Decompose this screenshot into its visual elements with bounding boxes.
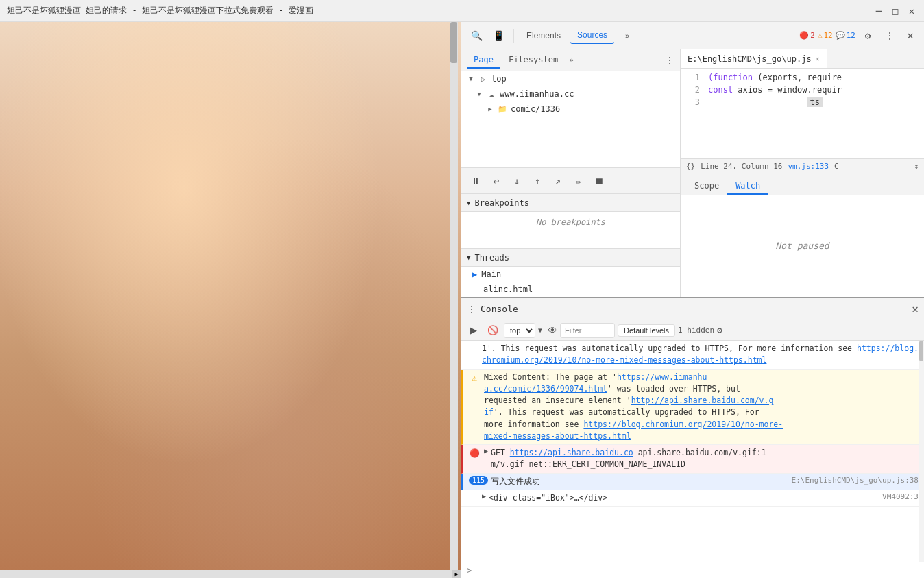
breakpoints-label: Breakpoints [474, 198, 528, 208]
msg-source-4[interactable]: E:\EnglishCMD\js_go\up.js:38 [786, 476, 919, 485]
error-expand-arrow[interactable]: ▶ [484, 447, 488, 455]
devtools-toolbar: 🔍 📱 Elements Sources » 🔴 2 ⚠ 12 💬 12 [461, 22, 924, 49]
code-file-tab[interactable]: E:\EnglishCMD\js_go\up.js ✕ [681, 49, 827, 68]
window-controls: ─ □ ✕ [873, 5, 917, 16]
expand-arrow-5[interactable]: ▶ [482, 492, 486, 500]
console-message-1[interactable]: 1'. This request was automatically upgra… [461, 341, 924, 370]
console-toolbar: ⋮ Console ✕ [461, 298, 924, 320]
console-message-5[interactable]: ▶ <div class="iBox">…</div> VM4092:3 [461, 490, 924, 507]
threads-header[interactable]: ▼ Threads [461, 249, 680, 267]
code-content[interactable]: 1 (function (exports, require 2 const ax… [681, 69, 924, 158]
breakpoints-arrow: ▼ [467, 200, 470, 206]
statusbar-position: Line 24, Column 16 [701, 162, 782, 171]
console-title: Console [481, 304, 518, 314]
horizontal-scrollbar[interactable]: ▶ [0, 570, 461, 578]
breakpoints-header[interactable]: ▼ Breakpoints [461, 194, 680, 212]
msg-link-1[interactable]: https://blog.chromium.org/2019/10/no-mor… [482, 344, 919, 365]
tab-sources[interactable]: Sources [570, 27, 614, 44]
msg-content-2: Mixed Content: The page at 'https://www.… [484, 372, 919, 443]
devtools-panel: 🔍 📱 Elements Sources » 🔴 2 ⚠ 12 💬 12 [461, 22, 924, 578]
right-panel: E:\EnglishCMD\js_go\up.js ✕ 1 (function … [681, 49, 924, 297]
code-tab-bar: E:\EnglishCMD\js_go\up.js ✕ [681, 49, 924, 69]
msg-badge[interactable]: 💬 12 [836, 31, 855, 40]
sources-tabs: Page Filesystem » ⋮ [461, 49, 680, 71]
close-window-button[interactable]: ✕ [906, 5, 917, 16]
console-levels-button[interactable]: Default levels [618, 324, 675, 337]
src-tab-filesystem[interactable]: Filesystem [502, 52, 565, 69]
msg-link-2d[interactable]: https://blog.chromium.org/2019/10/no-mor… [484, 420, 783, 441]
console-clear-button[interactable]: 🚫 [485, 322, 501, 339]
scope-watch-panel: Scope Watch Not paused [681, 173, 924, 298]
pause-resume-button[interactable]: ⏸ [467, 172, 485, 190]
msg-content-1: 1'. This request was automatically upgra… [482, 343, 919, 367]
warn-badge[interactable]: ⚠ 12 [818, 31, 833, 40]
webpage-panel: ▶ [0, 22, 461, 578]
stop-button[interactable]: ⏹ [590, 172, 608, 190]
error-badge[interactable]: 🔴 2 [799, 31, 815, 40]
msg-source-5[interactable]: VM4092:3 [877, 492, 919, 501]
maximize-button[interactable]: □ [890, 5, 901, 16]
tree-item-top[interactable]: ▼ ▷ top [461, 71, 680, 86]
device-toolbar-button[interactable]: 📱 [489, 26, 508, 45]
minimize-button[interactable]: ─ [873, 5, 884, 16]
console-hidden-count: 1 hidden [678, 326, 714, 335]
sources-menu-button[interactable]: ⋮ [665, 55, 674, 66]
error-icon: 🔴 [799, 31, 809, 40]
vertical-scrollbar[interactable] [450, 22, 458, 578]
console-eye-icon[interactable]: 👁 [548, 325, 557, 336]
console-message-2[interactable]: ⚠ Mixed Content: The page at 'https://ww… [461, 370, 924, 446]
warn-icon: ⚠ [818, 31, 823, 40]
console-prompt: > [467, 566, 472, 575]
tree-item-comic[interactable]: ▶ 📁 comic/1336 [461, 101, 680, 117]
console-scrollbar[interactable] [919, 341, 924, 562]
devtools-close-button[interactable]: ✕ [902, 27, 919, 44]
tree-item-domain[interactable]: ▼ ☁ www.iimanhua.cc [461, 86, 680, 101]
tree-label-top: top [491, 74, 507, 84]
error-indicators: 🔴 2 ⚠ 12 💬 12 ⚙ ⋮ ✕ [799, 26, 919, 45]
console-context-arrow: ▼ [538, 326, 542, 334]
scrollbar-thumb[interactable] [450, 22, 457, 63]
devtools-gear-button[interactable]: ⚙ [858, 26, 877, 45]
threads-panel: ▼ Threads ▶ Main alinc.html [461, 248, 680, 297]
msg-link-3[interactable]: https://api.share.baidu.co [510, 448, 633, 457]
tree-label-comic: comic/1336 [511, 104, 560, 114]
statusbar-arrow[interactable]: ↕ [914, 162, 919, 171]
console-gear-button[interactable]: ⚙ [717, 325, 722, 335]
step-out-button[interactable]: ↑ [528, 172, 546, 190]
statusbar-source[interactable]: vm.js:133 [788, 162, 829, 171]
step-button[interactable]: ↗ [549, 172, 567, 190]
msg-link-2b[interactable]: a.cc/comic/1336/99074.html [484, 384, 607, 394]
scroll-right-arrow[interactable]: ▶ [452, 570, 461, 578]
devtools-more-button[interactable]: ⋮ [880, 26, 899, 45]
tab-elements[interactable]: Elements [520, 28, 568, 43]
tab-scope[interactable]: Scope [686, 178, 727, 195]
console-panel: ⋮ Console ✕ ▶ 🚫 top ▼ 👁 Default levels 1… [461, 297, 924, 578]
inspect-element-button[interactable]: 🔍 [467, 26, 486, 45]
thread-item-main[interactable]: ▶ Main [461, 267, 680, 282]
tab-more[interactable]: » [618, 29, 636, 43]
tree-icon-domain: ☁ [486, 88, 497, 99]
line-content-3: ts [705, 96, 823, 108]
deactivate-breakpoints-button[interactable]: ✏ [570, 172, 587, 190]
statusbar-braces[interactable]: {} [686, 162, 695, 171]
console-play-button[interactable]: ▶ [465, 322, 482, 339]
console-scrollbar-thumb[interactable] [919, 341, 923, 361]
tab-watch[interactable]: Watch [727, 178, 768, 195]
console-close-button[interactable]: ✕ [912, 302, 919, 315]
console-input[interactable] [476, 566, 919, 575]
console-message-3[interactable]: 🔴 ▶ GET https://api.share.baidu.co api.s… [461, 445, 924, 474]
thread-item-alinc[interactable]: alinc.html [461, 282, 680, 297]
step-into-button[interactable]: ↓ [508, 172, 526, 190]
msg-link-2a[interactable]: https://www.iimanhu [617, 372, 707, 382]
code-tab-close-button[interactable]: ✕ [816, 55, 820, 62]
thread-arrow-main: ▶ [472, 269, 477, 279]
msg-link-2c[interactable]: http://api.share.baidu.com/v.g if [484, 396, 773, 417]
console-filter-input[interactable] [560, 323, 615, 338]
console-context-select[interactable]: top [504, 323, 535, 338]
src-tab-page[interactable]: Page [467, 52, 500, 69]
src-tab-more[interactable]: » [566, 53, 576, 67]
step-over-button[interactable]: ↩ [487, 172, 505, 190]
console-message-4[interactable]: 115 写入文件成功 E:\EnglishCMD\js_go\up.js:38 [461, 474, 924, 490]
file-tree: ▼ ▷ top ▼ ☁ www.iimanhua.cc ▶ 📁 comic/13… [461, 71, 680, 193]
scope-watch-tabs: Scope Watch [681, 173, 924, 195]
